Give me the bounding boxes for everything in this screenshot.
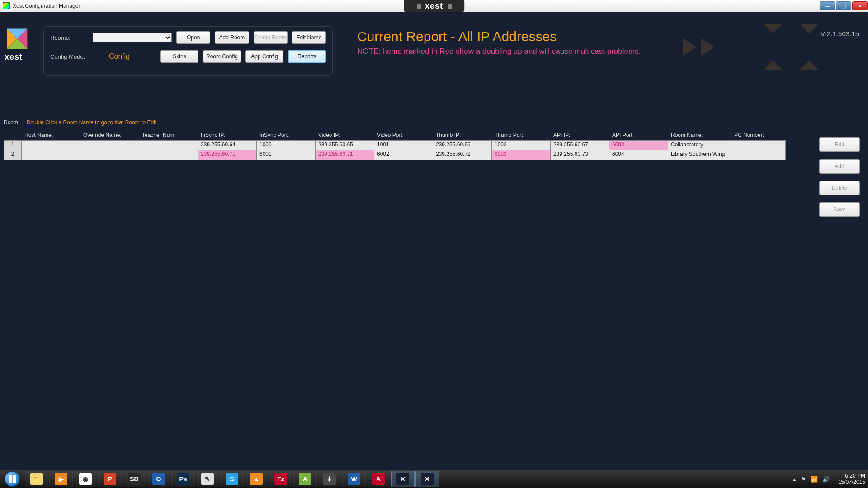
app-config-button[interactable]: App Config xyxy=(245,50,283,63)
skype-icon: S xyxy=(226,473,238,485)
word-icon: W xyxy=(348,473,360,485)
version-label: V-2.1.503.15 xyxy=(821,30,859,38)
grip-right: ||||||||||| xyxy=(448,4,452,9)
taskbar: 📁▶◉PSDOPs✎S▲FzA⬇WA✕✕ ▴ ⚑ 📶 🔊 6:20 PM 15/… xyxy=(0,470,868,488)
header: xest Rooms: Open Add Room Delete Room Ed… xyxy=(0,12,868,73)
notepad-icon: ✎ xyxy=(201,473,214,485)
app-body: xest Rooms: Open Add Room Delete Room Ed… xyxy=(0,12,868,470)
tray-volume-icon[interactable]: 🔊 xyxy=(822,476,830,483)
taskbar-item-acrobat[interactable]: A xyxy=(367,471,390,487)
window-titlebar: Xest Configuration Manager ||||||||||| x… xyxy=(0,0,868,12)
rooms-panel: Rooms: Open Add Room Delete Room Edit Na… xyxy=(43,26,333,76)
svg-rect-11 xyxy=(13,475,16,479)
svg-marker-5 xyxy=(701,38,714,56)
tray-network-icon[interactable]: 📶 xyxy=(811,476,818,483)
grip-left: ||||||||||| xyxy=(416,4,420,9)
taskbar-item-xest1[interactable]: ✕ xyxy=(391,471,415,487)
powerpoint-icon: P xyxy=(104,473,116,485)
logo-icon xyxy=(5,26,30,52)
window-title: Xest Configuration Manager xyxy=(13,3,80,9)
logo-text: xest xyxy=(5,52,23,62)
tray-flag-icon[interactable]: ⚑ xyxy=(801,476,806,483)
minimize-button[interactable]: — xyxy=(820,1,835,10)
clock-time: 6:20 PM xyxy=(838,473,865,479)
taskbar-item-skype[interactable]: S xyxy=(220,471,244,487)
brand-pill: ||||||||||| xest ||||||||||| xyxy=(404,0,464,12)
svg-marker-4 xyxy=(683,38,696,56)
taskbar-item-mediaplayer[interactable]: ▶ xyxy=(49,471,73,487)
room-config-button[interactable]: Room Config xyxy=(203,50,241,63)
mediaplayer-icon: ▶ xyxy=(55,473,67,485)
report-note: NOTE: Items marked in Red show a doublin… xyxy=(357,47,641,56)
brand-text: xest xyxy=(425,1,443,11)
config-mode-label: Config Mode: xyxy=(50,53,98,60)
taskbar-item-explorer[interactable]: 📁 xyxy=(25,471,48,487)
svg-rect-13 xyxy=(13,479,16,483)
close-button[interactable]: ✕ xyxy=(852,1,868,10)
skins-button[interactable]: Skins xyxy=(160,50,198,63)
app-icon xyxy=(3,2,10,9)
clock-date: 15/07/2015 xyxy=(838,479,865,485)
taskbar-item-xest2[interactable]: ✕ xyxy=(415,471,439,487)
taskbar-item-powerpoint[interactable]: P xyxy=(98,471,122,487)
table-border xyxy=(4,118,864,466)
edit-name-button[interactable]: Edit Name xyxy=(292,31,326,44)
svg-marker-9 xyxy=(800,61,818,70)
xest1-icon: ✕ xyxy=(396,473,409,485)
clock[interactable]: 6:20 PM 15/07/2015 xyxy=(838,473,865,485)
taskbar-item-download[interactable]: ⬇ xyxy=(318,471,341,487)
tray-chevron-icon[interactable]: ▴ xyxy=(793,476,796,483)
taskbar-item-word[interactable]: W xyxy=(342,471,366,487)
taskbar-item-sd[interactable]: SD xyxy=(123,471,146,487)
start-button[interactable] xyxy=(0,470,24,488)
explorer-icon: 📁 xyxy=(30,473,43,485)
taskbar-item-outlook[interactable]: O xyxy=(147,471,170,487)
svg-rect-12 xyxy=(9,479,12,483)
rooms-label: Rooms: xyxy=(50,34,93,41)
svg-marker-6 xyxy=(764,24,782,33)
taskbar-item-androidstudio[interactable]: A xyxy=(293,471,317,487)
system-tray: ▴ ⚑ 📶 🔊 6:20 PM 15/07/2015 xyxy=(791,473,868,485)
svg-rect-10 xyxy=(9,475,12,479)
delete-room-button[interactable]: Delete Room xyxy=(254,31,288,44)
vlc-icon: ▲ xyxy=(250,473,263,485)
windows-icon xyxy=(5,471,20,487)
filezilla-icon: Fz xyxy=(274,473,287,485)
acrobat-icon: A xyxy=(372,473,385,485)
rooms-select[interactable] xyxy=(93,33,172,42)
taskbar-item-filezilla[interactable]: Fz xyxy=(269,471,292,487)
download-icon: ⬇ xyxy=(323,473,336,485)
svg-marker-7 xyxy=(764,61,782,70)
taskbar-item-photoshop[interactable]: Ps xyxy=(171,471,195,487)
open-button[interactable]: Open xyxy=(176,31,210,44)
maximize-button[interactable]: ▢ xyxy=(836,1,851,10)
chrome-icon: ◉ xyxy=(79,473,92,485)
reports-button[interactable]: Reports xyxy=(288,50,326,63)
taskbar-item-chrome[interactable]: ◉ xyxy=(74,471,97,487)
add-room-button[interactable]: Add Room xyxy=(215,31,249,44)
sd-icon: SD xyxy=(128,473,141,485)
taskbar-item-notepad[interactable]: ✎ xyxy=(196,471,219,487)
svg-marker-8 xyxy=(800,24,818,33)
report-title: Current Report - All IP Addresses xyxy=(357,29,557,44)
xest2-icon: ✕ xyxy=(421,473,434,485)
androidstudio-icon: A xyxy=(299,473,311,485)
outlook-icon: O xyxy=(152,473,165,485)
taskbar-item-vlc[interactable]: ▲ xyxy=(245,471,268,487)
config-mode-value: Config xyxy=(109,52,130,61)
photoshop-icon: Ps xyxy=(177,473,189,485)
